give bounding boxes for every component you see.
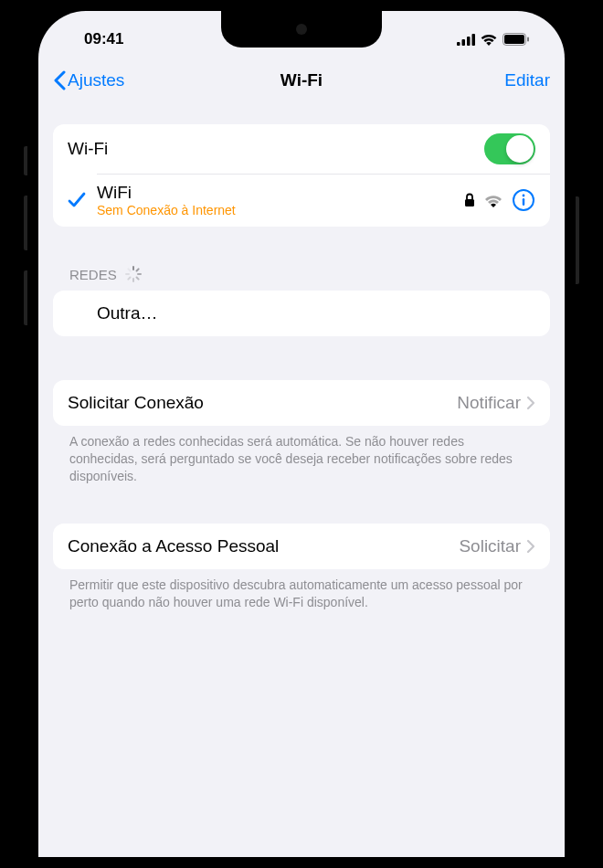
wifi-toggle-label: Wi-Fi (68, 139, 484, 159)
svg-rect-5 (504, 35, 524, 44)
networks-header: REDES (53, 265, 550, 283)
other-network-row[interactable]: Outra… (53, 291, 550, 336)
svg-rect-6 (527, 37, 529, 42)
svg-rect-12 (135, 268, 140, 272)
info-icon[interactable] (512, 188, 535, 212)
chevron-left-icon (53, 70, 66, 90)
ask-to-join-row[interactable]: Solicitar Conexão Notificar (53, 380, 550, 426)
svg-rect-16 (127, 276, 132, 281)
hotspot-row[interactable]: Conexão a Acesso Pessoal Solicitar (53, 524, 550, 569)
hotspot-footer: Permitir que este dispositivo descubra a… (53, 569, 550, 611)
svg-rect-10 (523, 198, 524, 206)
svg-rect-2 (467, 37, 471, 46)
wifi-signal-icon (484, 194, 503, 207)
edit-button[interactable]: Editar (504, 70, 550, 90)
ask-to-join-group: Solicitar Conexão Notificar (53, 380, 550, 426)
network-name: WiFi (97, 183, 464, 203)
networks-header-label: REDES (69, 267, 117, 282)
connected-network-row[interactable]: WiFi Sem Conexão à Internet (53, 174, 550, 227)
chevron-right-icon (526, 396, 535, 410)
networks-group: Outra… (53, 291, 550, 336)
page-title: Wi-Fi (280, 70, 323, 90)
ask-to-join-label: Solicitar Conexão (68, 393, 457, 413)
cellular-icon (457, 34, 475, 46)
svg-rect-14 (135, 276, 140, 281)
chevron-right-icon (526, 539, 535, 554)
svg-rect-3 (472, 34, 476, 46)
svg-rect-15 (132, 278, 134, 282)
network-status: Sem Conexão à Internet (97, 203, 464, 217)
lock-icon (464, 193, 475, 207)
svg-rect-0 (457, 42, 460, 46)
battery-icon (503, 33, 530, 46)
svg-rect-1 (462, 39, 466, 46)
svg-rect-11 (132, 266, 134, 270)
navigation-bar: Ajustes Wi-Fi Editar (38, 58, 565, 102)
back-button[interactable]: Ajustes (53, 70, 124, 90)
svg-point-9 (523, 195, 525, 197)
other-network-label: Outra… (97, 303, 535, 323)
status-time: 09:41 (84, 30, 123, 48)
wifi-toggle[interactable] (484, 133, 535, 164)
wifi-group: Wi-Fi WiFi Sem Conexão à Internet (53, 124, 550, 227)
checkmark-icon (68, 192, 86, 208)
back-label: Ajustes (68, 70, 124, 90)
hotspot-group: Conexão a Acesso Pessoal Solicitar (53, 524, 550, 569)
wifi-toggle-row: Wi-Fi (53, 124, 550, 174)
ask-to-join-value: Notificar (457, 393, 521, 413)
svg-rect-13 (137, 273, 142, 275)
hotspot-label: Conexão a Acesso Pessoal (68, 536, 459, 556)
svg-rect-17 (125, 273, 130, 275)
status-indicators (457, 33, 530, 46)
svg-rect-18 (127, 268, 132, 272)
hotspot-value: Solicitar (459, 536, 521, 556)
svg-rect-7 (465, 199, 474, 206)
ask-to-join-footer: A conexão a redes conhecidas será automá… (53, 426, 550, 485)
wifi-status-icon (481, 34, 497, 46)
spinner-icon (124, 265, 143, 283)
